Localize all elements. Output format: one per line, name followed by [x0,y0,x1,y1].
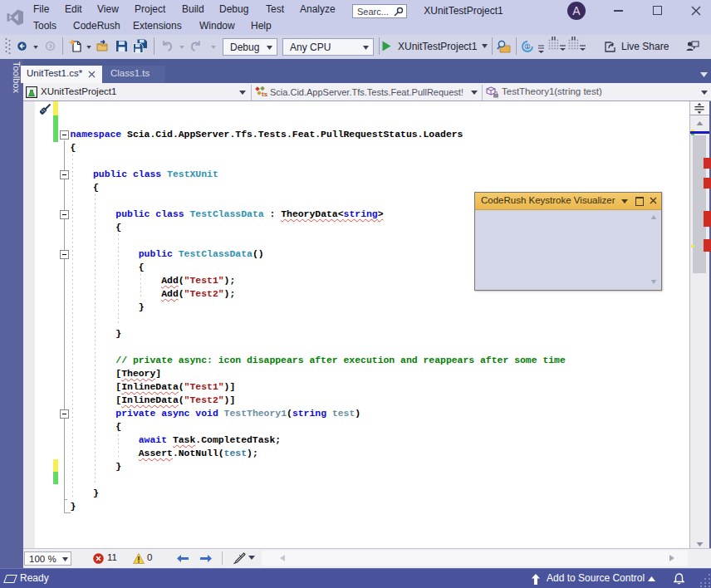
svg-text:ts: ts [262,91,267,98]
